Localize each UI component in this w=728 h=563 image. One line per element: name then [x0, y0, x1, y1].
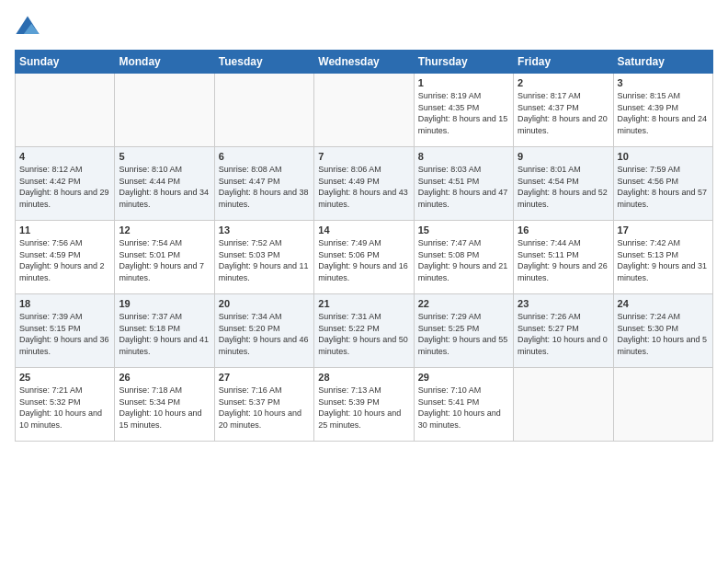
- day-info: Sunrise: 8:17 AMSunset: 4:37 PMDaylight:…: [518, 90, 609, 136]
- day-number: 4: [19, 151, 110, 162]
- day-number: 10: [618, 151, 709, 162]
- day-number: 2: [518, 77, 609, 88]
- calendar-cell: 23Sunrise: 7:26 AMSunset: 5:27 PMDayligh…: [514, 294, 613, 368]
- day-info: Sunrise: 7:59 AMSunset: 4:56 PMDaylight:…: [618, 164, 709, 210]
- weekday-header: Wednesday: [314, 51, 414, 74]
- day-info: Sunrise: 7:29 AMSunset: 5:25 PMDaylight:…: [418, 311, 509, 357]
- day-info: Sunrise: 7:37 AMSunset: 5:18 PMDaylight:…: [119, 311, 210, 357]
- day-info: Sunrise: 7:34 AMSunset: 5:20 PMDaylight:…: [219, 311, 310, 357]
- calendar-cell: 29Sunrise: 7:10 AMSunset: 5:41 PMDayligh…: [414, 368, 513, 442]
- calendar-cell: 11Sunrise: 7:56 AMSunset: 4:59 PMDayligh…: [16, 221, 115, 294]
- day-number: 25: [19, 372, 110, 383]
- calendar-cell: 16Sunrise: 7:44 AMSunset: 5:11 PMDayligh…: [514, 221, 613, 294]
- day-info: Sunrise: 7:49 AMSunset: 5:06 PMDaylight:…: [318, 237, 409, 283]
- day-number: 12: [119, 224, 210, 236]
- calendar-cell: 13Sunrise: 7:52 AMSunset: 5:03 PMDayligh…: [214, 221, 313, 294]
- day-info: Sunrise: 7:16 AMSunset: 5:37 PMDaylight:…: [219, 385, 310, 431]
- logo: [15, 15, 44, 40]
- day-info: Sunrise: 8:06 AMSunset: 4:49 PMDaylight:…: [318, 164, 409, 210]
- day-info: Sunrise: 7:47 AMSunset: 5:08 PMDaylight:…: [418, 237, 509, 283]
- day-number: 8: [418, 151, 509, 162]
- weekday-header: Monday: [115, 51, 214, 74]
- day-number: 5: [119, 151, 210, 162]
- calendar-cell: [16, 74, 115, 147]
- day-info: Sunrise: 8:19 AMSunset: 4:35 PMDaylight:…: [418, 90, 509, 136]
- day-info: Sunrise: 7:13 AMSunset: 5:39 PMDaylight:…: [318, 385, 409, 431]
- calendar-cell: 9Sunrise: 8:01 AMSunset: 4:54 PMDaylight…: [514, 147, 613, 221]
- day-number: 26: [119, 372, 210, 383]
- calendar-cell: 12Sunrise: 7:54 AMSunset: 5:01 PMDayligh…: [115, 221, 214, 294]
- day-info: Sunrise: 7:52 AMSunset: 5:03 PMDaylight:…: [219, 237, 310, 283]
- calendar-cell: [214, 74, 313, 147]
- day-info: Sunrise: 7:54 AMSunset: 5:01 PMDaylight:…: [119, 237, 210, 283]
- day-number: 6: [219, 151, 310, 162]
- day-number: 15: [418, 224, 509, 236]
- calendar-cell: 27Sunrise: 7:16 AMSunset: 5:37 PMDayligh…: [214, 368, 313, 442]
- page-header: [15, 15, 713, 40]
- calendar-cell: [613, 368, 712, 442]
- day-number: 9: [518, 151, 609, 162]
- day-info: Sunrise: 7:44 AMSunset: 5:11 PMDaylight:…: [518, 237, 609, 283]
- calendar-cell: 5Sunrise: 8:10 AMSunset: 4:44 PMDaylight…: [115, 147, 214, 221]
- day-number: 7: [318, 151, 409, 162]
- day-number: 22: [418, 298, 509, 309]
- calendar-cell: 17Sunrise: 7:42 AMSunset: 5:13 PMDayligh…: [613, 221, 712, 294]
- day-info: Sunrise: 7:26 AMSunset: 5:27 PMDaylight:…: [518, 311, 609, 357]
- calendar-cell: 6Sunrise: 8:08 AMSunset: 4:47 PMDaylight…: [214, 147, 313, 221]
- calendar-cell: 14Sunrise: 7:49 AMSunset: 5:06 PMDayligh…: [314, 221, 414, 294]
- weekday-header: Friday: [514, 51, 613, 74]
- calendar-cell: 21Sunrise: 7:31 AMSunset: 5:22 PMDayligh…: [314, 294, 414, 368]
- day-info: Sunrise: 8:10 AMSunset: 4:44 PMDaylight:…: [119, 164, 210, 210]
- day-number: 11: [19, 224, 110, 236]
- weekday-header: Thursday: [414, 51, 513, 74]
- calendar-cell: 18Sunrise: 7:39 AMSunset: 5:15 PMDayligh…: [16, 294, 115, 368]
- day-info: Sunrise: 7:42 AMSunset: 5:13 PMDaylight:…: [618, 237, 709, 283]
- day-number: 13: [219, 224, 310, 236]
- calendar-week-row: 11Sunrise: 7:56 AMSunset: 4:59 PMDayligh…: [16, 221, 713, 294]
- day-info: Sunrise: 8:03 AMSunset: 4:51 PMDaylight:…: [418, 164, 509, 210]
- calendar-table: SundayMondayTuesdayWednesdayThursdayFrid…: [15, 50, 713, 442]
- day-info: Sunrise: 7:10 AMSunset: 5:41 PMDaylight:…: [418, 385, 509, 431]
- calendar-cell: 19Sunrise: 7:37 AMSunset: 5:18 PMDayligh…: [115, 294, 214, 368]
- day-number: 21: [318, 298, 409, 309]
- day-info: Sunrise: 7:21 AMSunset: 5:32 PMDaylight:…: [19, 385, 110, 431]
- day-number: 20: [219, 298, 310, 309]
- calendar-cell: 4Sunrise: 8:12 AMSunset: 4:42 PMDaylight…: [16, 147, 115, 221]
- day-number: 28: [318, 372, 409, 383]
- weekday-header: Tuesday: [214, 51, 313, 74]
- calendar-cell: [115, 74, 214, 147]
- weekday-header: Saturday: [613, 51, 712, 74]
- calendar-cell: 24Sunrise: 7:24 AMSunset: 5:30 PMDayligh…: [613, 294, 712, 368]
- day-info: Sunrise: 7:56 AMSunset: 4:59 PMDaylight:…: [19, 237, 110, 283]
- day-number: 23: [518, 298, 609, 309]
- calendar-cell: 8Sunrise: 8:03 AMSunset: 4:51 PMDaylight…: [414, 147, 513, 221]
- calendar-cell: 3Sunrise: 8:15 AMSunset: 4:39 PMDaylight…: [613, 74, 712, 147]
- calendar-cell: 7Sunrise: 8:06 AMSunset: 4:49 PMDaylight…: [314, 147, 414, 221]
- day-info: Sunrise: 8:12 AMSunset: 4:42 PMDaylight:…: [19, 164, 110, 210]
- day-info: Sunrise: 8:01 AMSunset: 4:54 PMDaylight:…: [518, 164, 609, 210]
- calendar-cell: 10Sunrise: 7:59 AMSunset: 4:56 PMDayligh…: [613, 147, 712, 221]
- calendar-week-row: 4Sunrise: 8:12 AMSunset: 4:42 PMDaylight…: [16, 147, 713, 221]
- day-info: Sunrise: 8:08 AMSunset: 4:47 PMDaylight:…: [219, 164, 310, 210]
- day-number: 29: [418, 372, 509, 383]
- day-number: 16: [518, 224, 609, 236]
- day-number: 17: [618, 224, 709, 236]
- day-info: Sunrise: 7:31 AMSunset: 5:22 PMDaylight:…: [318, 311, 409, 357]
- calendar-cell: 2Sunrise: 8:17 AMSunset: 4:37 PMDaylight…: [514, 74, 613, 147]
- calendar-cell: [314, 74, 414, 147]
- calendar-cell: [514, 368, 613, 442]
- day-info: Sunrise: 7:39 AMSunset: 5:15 PMDaylight:…: [19, 311, 110, 357]
- calendar-header-row: SundayMondayTuesdayWednesdayThursdayFrid…: [16, 51, 713, 74]
- calendar-cell: 15Sunrise: 7:47 AMSunset: 5:08 PMDayligh…: [414, 221, 513, 294]
- calendar-week-row: 25Sunrise: 7:21 AMSunset: 5:32 PMDayligh…: [16, 368, 713, 442]
- calendar-cell: 20Sunrise: 7:34 AMSunset: 5:20 PMDayligh…: [214, 294, 313, 368]
- calendar-week-row: 18Sunrise: 7:39 AMSunset: 5:15 PMDayligh…: [16, 294, 713, 368]
- calendar-cell: 1Sunrise: 8:19 AMSunset: 4:35 PMDaylight…: [414, 74, 513, 147]
- calendar-cell: 28Sunrise: 7:13 AMSunset: 5:39 PMDayligh…: [314, 368, 414, 442]
- logo-icon: [15, 15, 40, 40]
- calendar-cell: 22Sunrise: 7:29 AMSunset: 5:25 PMDayligh…: [414, 294, 513, 368]
- calendar-cell: 25Sunrise: 7:21 AMSunset: 5:32 PMDayligh…: [16, 368, 115, 442]
- day-info: Sunrise: 7:18 AMSunset: 5:34 PMDaylight:…: [119, 385, 210, 431]
- day-number: 18: [19, 298, 110, 309]
- day-number: 1: [418, 77, 509, 88]
